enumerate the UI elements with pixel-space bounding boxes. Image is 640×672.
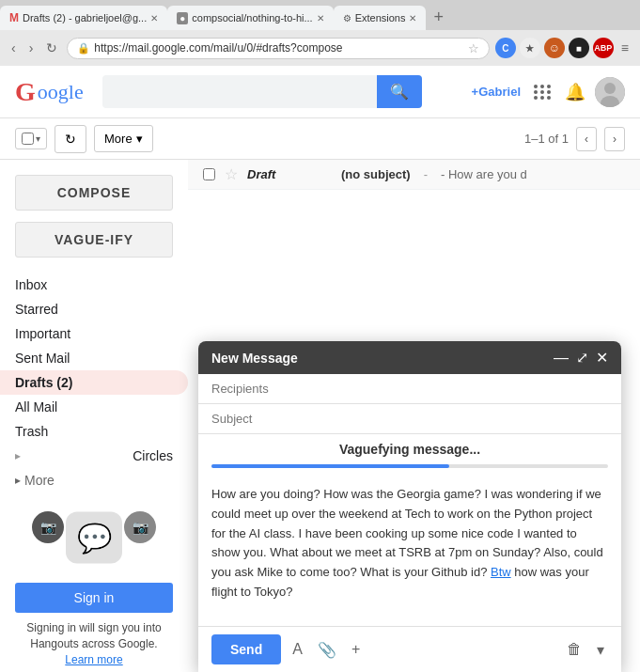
github-tab-icon: ●	[177, 12, 188, 24]
sidebar-item-trash[interactable]: Trash	[0, 419, 188, 444]
more-button[interactable]: More ▾	[94, 125, 153, 152]
compose-expand-button[interactable]: ⤢	[576, 349, 588, 367]
tab-github-close[interactable]: ✕	[317, 13, 324, 23]
select-all-checkbox[interactable]	[22, 133, 34, 145]
compose-more-button[interactable]: ▾	[593, 637, 608, 663]
avatar[interactable]	[595, 77, 625, 107]
email-row[interactable]: ☆ Draft (no subject) - - How are you d	[188, 160, 640, 190]
compose-minimize-button[interactable]: —	[554, 349, 569, 367]
sidebar-item-starred[interactable]: Starred	[0, 297, 188, 321]
hangouts-description: Signing in will sign you into Hangouts a…	[15, 620, 173, 667]
learn-more-link[interactable]: Learn more	[65, 653, 122, 666]
format-text-icon: A	[292, 641, 303, 657]
compose-more-icon: ▾	[597, 642, 604, 658]
compose-body[interactable]: How are you doing? How was the Georgia g…	[198, 476, 621, 626]
compose-footer: Send A 📎 + 🗑 ▾	[198, 626, 621, 672]
compose-recipients-field	[198, 374, 621, 404]
sidebar-item-sent[interactable]: Sent Mail	[0, 346, 188, 370]
prev-page-button[interactable]: ‹	[576, 127, 597, 151]
ext-c-button[interactable]: C	[495, 38, 516, 58]
compose-title: New Message	[211, 351, 298, 366]
compose-window: New Message — ⤢ ✕ Vaguefying message... …	[198, 341, 621, 672]
email-subject: (no subject)	[341, 167, 411, 181]
compose-status-label: Vaguefying message...	[198, 434, 621, 464]
notifications-button[interactable]: 🔔	[565, 82, 585, 102]
tab-gmail-label: Drafts (2) - gabrieljoel@g...	[23, 12, 147, 23]
compose-progress-bar	[211, 464, 608, 468]
circles-expand-icon: ▸	[15, 449, 21, 462]
forward-button[interactable]: ›	[25, 39, 38, 57]
tab-extensions-label: Extensions	[355, 12, 406, 23]
apps-button[interactable]	[530, 81, 555, 103]
select-dropdown-arrow[interactable]: ▾	[36, 133, 40, 144]
btw-link[interactable]: Btw	[491, 565, 511, 579]
google-logo-m: G	[15, 77, 36, 107]
gmail-logo: G oogle	[15, 77, 84, 107]
email-checkbox[interactable]	[203, 168, 215, 180]
compose-subject-field	[198, 404, 621, 434]
gabriel-button[interactable]: +Gabriel	[472, 85, 521, 99]
format-text-button[interactable]: A	[289, 637, 306, 662]
star-icon[interactable]: ☆	[225, 165, 238, 183]
reload-button[interactable]: ↻	[42, 39, 61, 57]
ext-star-button[interactable]: ★	[520, 38, 540, 58]
hangouts-bubble: 💬	[66, 512, 122, 564]
ext-adblock-button[interactable]: ABP	[593, 38, 614, 58]
gmail-tab-icon: M	[9, 11, 19, 24]
select-checkbox[interactable]: ▾	[15, 128, 47, 149]
ext-face-button[interactable]: ☺	[544, 38, 565, 58]
sidebar-item-drafts[interactable]: Drafts (2)	[0, 370, 188, 395]
camera-icon: 📷	[32, 511, 64, 543]
tab-gmail-close[interactable]: ✕	[150, 13, 158, 23]
attach-icon: 📎	[318, 642, 336, 658]
compose-close-button[interactable]: ✕	[596, 349, 608, 367]
google-logo-oogle: oogle	[38, 80, 84, 104]
ext-square-button[interactable]: ■	[569, 38, 589, 58]
extensions-tab-icon: ⚙	[343, 13, 351, 23]
vague-ify-button[interactable]: VAGUE-IFY	[15, 222, 173, 258]
email-dash: -	[424, 167, 428, 181]
search-input[interactable]	[102, 77, 377, 107]
trash-icon: 🗑	[567, 641, 582, 657]
email-sender: Draft	[247, 167, 332, 181]
tab-extensions[interactable]: ⚙ Extensions ✕	[334, 6, 427, 30]
sidebar-item-circles[interactable]: ▸ Circles	[0, 444, 188, 468]
tab-github[interactable]: ● compsocial/nothing-to-hi... ✕	[167, 6, 333, 30]
page-info: 1–1 of 1	[524, 132, 569, 146]
new-tab-button[interactable]: +	[426, 6, 451, 29]
menu-button[interactable]: ≡	[617, 39, 632, 57]
send-button[interactable]: Send	[211, 634, 281, 664]
compose-recipients-input[interactable]	[211, 382, 608, 396]
more-expand-icon: ▸	[15, 474, 21, 487]
hangouts-graphics: 💬 📷 📷	[15, 500, 173, 575]
photo-icon: 📷	[124, 511, 156, 543]
next-page-button[interactable]: ›	[604, 127, 625, 151]
sidebar-item-all-mail[interactable]: All Mail	[0, 395, 188, 419]
tab-gmail[interactable]: M Drafts (2) - gabrieljoel@g... ✕	[0, 6, 167, 30]
tab-extensions-close[interactable]: ✕	[409, 13, 416, 23]
search-button[interactable]: 🔍	[377, 75, 422, 108]
bookmark-icon[interactable]: ☆	[468, 41, 479, 55]
compose-progress-fill	[211, 464, 449, 468]
compose-subject-input[interactable]	[211, 412, 608, 426]
sign-in-button[interactable]: Sign in	[15, 583, 173, 613]
add-button[interactable]: +	[348, 637, 364, 662]
email-preview: - How are you d	[441, 167, 527, 181]
add-icon: +	[351, 641, 360, 657]
compose-button[interactable]: COMPOSE	[15, 175, 173, 211]
sidebar-item-inbox[interactable]: Inbox	[0, 273, 188, 297]
refresh-button[interactable]: ↻	[55, 125, 86, 153]
sidebar-item-important[interactable]: Important	[0, 321, 188, 346]
delete-compose-button[interactable]: 🗑	[563, 637, 585, 662]
url-display: https://mail.google.com/mail/u/0/#drafts…	[94, 41, 463, 55]
attach-button[interactable]: 📎	[314, 637, 340, 663]
back-button[interactable]: ‹	[8, 39, 20, 57]
tab-github-label: compsocial/nothing-to-hi...	[192, 12, 312, 23]
compose-header[interactable]: New Message — ⤢ ✕	[198, 341, 621, 374]
lock-icon: 🔒	[77, 42, 90, 55]
sidebar-more[interactable]: ▸ More	[0, 468, 188, 492]
